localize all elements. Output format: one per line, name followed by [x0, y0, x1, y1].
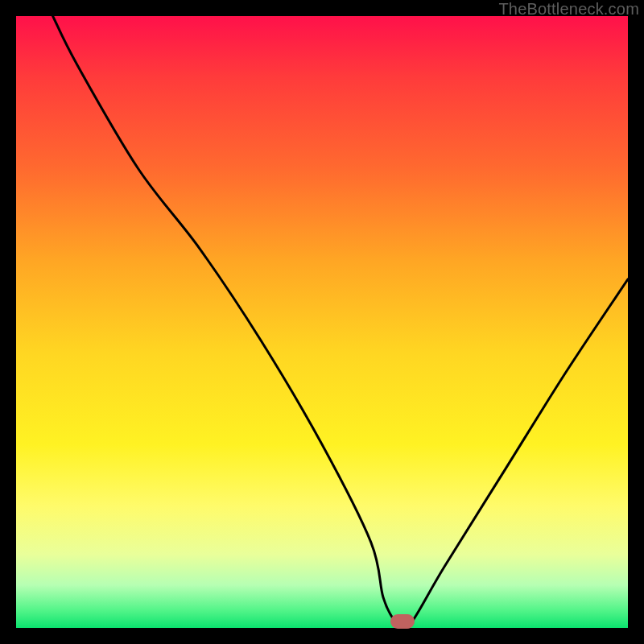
bottleneck-curve [16, 16, 628, 628]
optimal-marker [390, 614, 415, 629]
chart-frame: TheBottleneck.com [0, 0, 644, 644]
plot-area [16, 16, 628, 628]
